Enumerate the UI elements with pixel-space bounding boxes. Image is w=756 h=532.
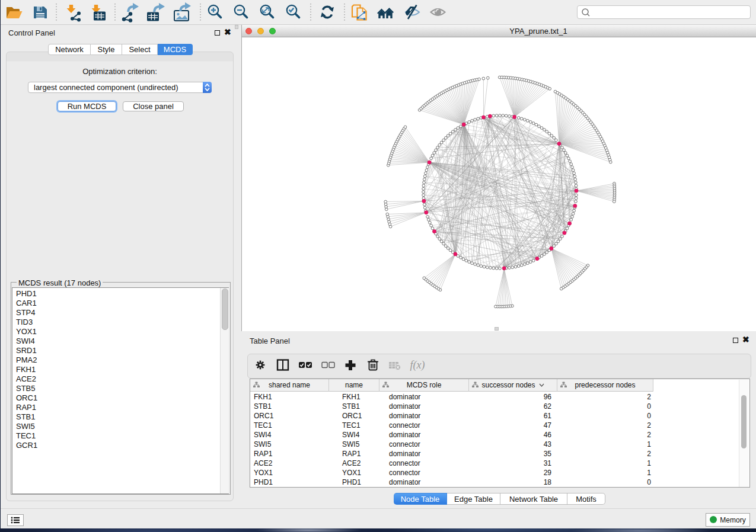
svg-text:f(x): f(x)	[410, 359, 425, 371]
